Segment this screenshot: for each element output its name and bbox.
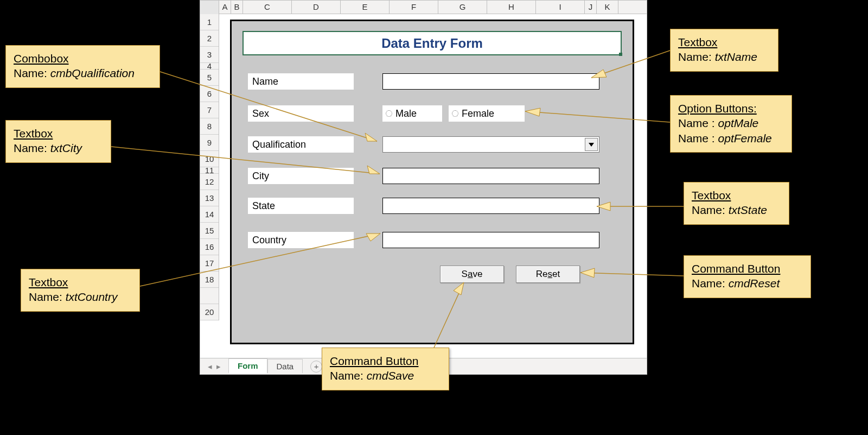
row-header[interactable]: 17 — [200, 255, 219, 272]
excel-window: ABCDEFGHIJK 1234567891011121314151617182… — [200, 0, 647, 375]
row-header[interactable] — [200, 288, 219, 304]
opt-male-label: Male — [395, 108, 417, 119]
callout-txt-state: Textbox Name: txtState — [684, 182, 789, 225]
cmd-reset-button[interactable]: Reset — [516, 266, 580, 283]
row-header[interactable]: 16 — [200, 239, 219, 255]
row-header[interactable]: 6 — [200, 86, 219, 102]
label-sex: Sex — [248, 105, 354, 122]
col-header[interactable]: C — [243, 1, 292, 14]
row-header[interactable]: 8 — [200, 118, 219, 135]
tab-nav-prev-icon[interactable]: ◂ — [206, 362, 214, 371]
callout-title: Textbox — [29, 275, 132, 289]
row-header[interactable]: 3 — [200, 47, 219, 63]
txt-country-input[interactable] — [382, 232, 599, 248]
cmb-qualification[interactable] — [382, 136, 599, 153]
cmd-save-button[interactable]: Save — [440, 266, 504, 283]
row-header[interactable]: 18 — [200, 272, 219, 288]
callout-title: Option Buttons: — [678, 101, 784, 116]
row-header[interactable]: 9 — [200, 135, 219, 151]
row-header[interactable]: 11 — [200, 167, 219, 174]
callout-option-buttons: Option Buttons: Name : optMale Name : op… — [670, 95, 792, 153]
callout-title: Command Button — [692, 261, 803, 276]
data-entry-form-panel: Data Entry Form Name Sex Male Female Qua… — [230, 20, 634, 344]
col-header[interactable]: A — [219, 1, 231, 14]
chevron-down-icon[interactable] — [585, 138, 598, 151]
callout-title: Textbox — [14, 126, 103, 141]
svg-marker-0 — [589, 143, 594, 147]
row-header[interactable]: 2 — [200, 30, 219, 47]
opt-female-label: Female — [462, 108, 494, 119]
callout-title: Combobox — [14, 51, 152, 66]
callout-cmd-reset: Command Button Name: cmdReset — [684, 255, 811, 298]
row-header[interactable]: 7 — [200, 102, 219, 118]
callout-txt-name: Textbox Name: txtName — [670, 29, 778, 72]
col-header[interactable]: J — [585, 1, 597, 14]
opt-female[interactable]: Female — [449, 105, 525, 122]
txt-name-input[interactable] — [382, 73, 599, 90]
row-header[interactable]: 5 — [200, 70, 219, 86]
radio-circle-icon — [452, 110, 458, 117]
row-header[interactable]: 15 — [200, 223, 219, 239]
tab-nav-next-icon[interactable]: ▸ — [214, 362, 223, 371]
column-headers: ABCDEFGHIJK — [200, 1, 647, 14]
tab-form[interactable]: Form — [228, 358, 267, 374]
add-sheet-icon[interactable]: + — [310, 361, 322, 373]
label-country: Country — [248, 232, 354, 248]
txt-state-input[interactable] — [382, 198, 599, 214]
radio-circle-icon — [386, 110, 392, 117]
col-header[interactable]: I — [536, 1, 585, 14]
label-state: State — [248, 198, 354, 214]
opt-male[interactable]: Male — [382, 105, 442, 122]
col-header[interactable]: D — [292, 1, 341, 14]
row-header[interactable]: 10 — [200, 151, 219, 167]
col-header[interactable]: K — [597, 1, 618, 14]
tab-data[interactable]: Data — [267, 359, 303, 373]
row-header[interactable]: 4 — [200, 63, 219, 70]
callout-txt-country: Textbox Name: txtCountry — [21, 269, 140, 312]
callout-title: Command Button — [330, 354, 441, 368]
row-header[interactable]: 1 — [200, 14, 219, 30]
label-city: City — [248, 168, 354, 184]
callout-title: Textbox — [678, 35, 770, 49]
col-header[interactable]: E — [341, 1, 390, 14]
row-header[interactable]: 12 — [200, 174, 219, 190]
txt-city-input[interactable] — [382, 168, 599, 184]
label-qualification: Qualification — [248, 136, 354, 153]
callout-cmb-qualification: Combobox Name: cmbQualification — [5, 45, 160, 88]
select-all-corner[interactable] — [200, 1, 219, 14]
col-header[interactable]: F — [390, 1, 438, 14]
label-name: Name — [248, 73, 354, 90]
callout-txt-city: Textbox Name: txtCity — [5, 120, 111, 163]
callout-title: Textbox — [692, 188, 781, 203]
form-title: Data Entry Form — [242, 31, 622, 55]
row-header[interactable]: 14 — [200, 206, 219, 223]
callout-cmd-save: Command Button Name: cmdSave — [322, 348, 449, 390]
col-header[interactable]: H — [487, 1, 536, 14]
row-headers: 12345678910111213141516171820 — [200, 14, 219, 320]
row-header[interactable]: 20 — [200, 304, 219, 320]
col-header[interactable]: G — [438, 1, 487, 14]
row-header[interactable]: 13 — [200, 190, 219, 206]
col-header[interactable]: B — [231, 1, 243, 14]
